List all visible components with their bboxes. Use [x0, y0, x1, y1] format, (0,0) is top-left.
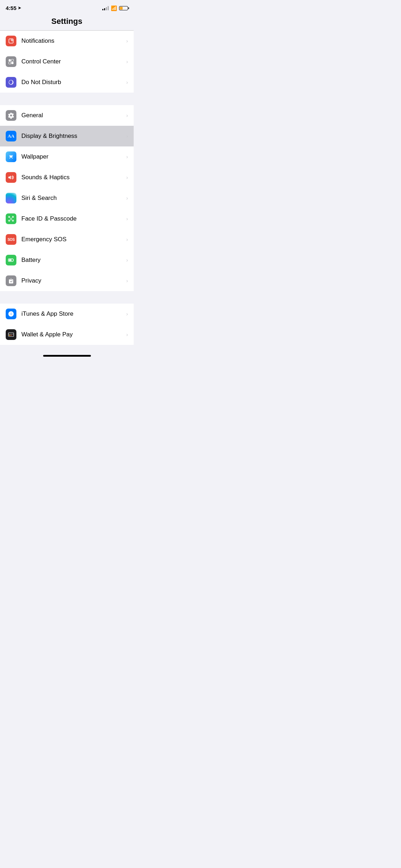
settings-group-2: General › AA Display & Brightness › Wall… [0, 105, 134, 291]
svg-rect-17 [12, 220, 14, 221]
svg-rect-16 [9, 220, 10, 221]
face-id-chevron: › [126, 216, 128, 222]
settings-row-wallet-apple-pay[interactable]: Wallet & Apple Pay › [0, 324, 134, 345]
settings-row-privacy[interactable]: Privacy › [0, 270, 134, 291]
general-icon [6, 110, 16, 121]
settings-row-do-not-disturb[interactable]: Do Not Disturb › [0, 72, 134, 93]
svg-rect-14 [9, 216, 10, 217]
sounds-haptics-label: Sounds & Haptics [21, 174, 124, 181]
home-indicator [0, 352, 134, 359]
privacy-label: Privacy [21, 277, 124, 284]
svg-rect-15 [12, 216, 14, 217]
itunes-app-store-icon [6, 309, 16, 319]
svg-point-18 [10, 218, 11, 219]
settings-row-sounds-haptics[interactable]: Sounds & Haptics › [0, 167, 134, 188]
do-not-disturb-label: Do Not Disturb [21, 79, 124, 86]
settings-row-emergency-sos[interactable]: SOS Emergency SOS › [0, 229, 134, 250]
svg-point-2 [12, 40, 13, 41]
display-brightness-chevron: › [126, 133, 128, 139]
wallet-apple-pay-chevron: › [126, 332, 128, 337]
settings-row-notifications[interactable]: Notifications › [0, 31, 134, 51]
page-title-section: Settings [0, 14, 134, 30]
face-id-icon [6, 213, 16, 224]
settings-row-display-brightness[interactable]: AA Display & Brightness › [0, 126, 134, 146]
svg-point-12 [12, 158, 13, 159]
siri-search-chevron: › [126, 195, 128, 201]
sounds-haptics-chevron: › [126, 175, 128, 180]
svg-rect-4 [11, 59, 14, 61]
svg-point-10 [12, 155, 13, 156]
do-not-disturb-chevron: › [126, 79, 128, 85]
notifications-label: Notifications [21, 37, 124, 45]
privacy-chevron: › [126, 278, 128, 284]
emergency-sos-icon: SOS [6, 234, 16, 245]
battery-chevron: › [126, 257, 128, 263]
settings-row-face-id[interactable]: Face ID & Passcode › [0, 208, 134, 229]
svg-rect-3 [9, 59, 11, 61]
svg-marker-13 [9, 176, 11, 180]
emergency-sos-label: Emergency SOS [21, 236, 124, 243]
battery-status [119, 6, 128, 10]
svg-point-11 [9, 158, 10, 159]
wallpaper-icon [6, 151, 16, 162]
wifi-icon: 📶 [111, 5, 117, 11]
bottom-spacing [0, 345, 134, 352]
privacy-icon [6, 275, 16, 286]
settings-group-1: Notifications › Control Center › Do Not … [0, 31, 134, 93]
wallet-apple-pay-icon [6, 329, 16, 340]
svg-rect-25 [9, 334, 14, 335]
svg-rect-23 [13, 260, 14, 261]
control-center-label: Control Center [21, 58, 124, 65]
settings-row-siri-search[interactable]: Siri & Search › [0, 188, 134, 208]
wallpaper-label: Wallpaper [21, 153, 124, 160]
notifications-icon [6, 36, 16, 46]
home-bar [43, 355, 91, 357]
itunes-app-store-label: iTunes & App Store [21, 310, 124, 317]
display-brightness-icon: AA [6, 131, 16, 141]
signal-icon [102, 6, 109, 10]
settings-row-general[interactable]: General › [0, 105, 134, 126]
svg-rect-26 [9, 335, 11, 336]
svg-rect-22 [9, 259, 12, 261]
siri-search-label: Siri & Search [21, 195, 124, 202]
general-label: General [21, 112, 124, 119]
settings-row-battery[interactable]: Battery › [0, 250, 134, 270]
emergency-sos-chevron: › [126, 237, 128, 242]
battery-label: Battery [21, 257, 124, 264]
settings-row-itunes-app-store[interactable]: iTunes & App Store › [0, 304, 134, 324]
svg-point-19 [11, 218, 12, 219]
do-not-disturb-icon [6, 77, 16, 88]
control-center-icon [6, 56, 16, 67]
svg-rect-6 [11, 62, 14, 64]
page-title: Settings [0, 17, 134, 26]
location-icon: ➤ [18, 6, 21, 10]
wallpaper-chevron: › [126, 154, 128, 160]
siri-search-icon [6, 193, 16, 203]
general-chevron: › [126, 113, 128, 118]
svg-rect-27 [11, 335, 12, 336]
face-id-label: Face ID & Passcode [21, 215, 124, 222]
section-gap-2 [0, 291, 134, 304]
svg-point-9 [9, 155, 10, 156]
control-center-chevron: › [126, 59, 128, 64]
itunes-app-store-chevron: › [126, 311, 128, 317]
svg-rect-5 [9, 62, 11, 64]
settings-row-control-center[interactable]: Control Center › [0, 51, 134, 72]
sounds-haptics-icon [6, 172, 16, 183]
status-right: 📶 [102, 5, 128, 11]
display-brightness-label: Display & Brightness [21, 133, 124, 140]
status-bar: 4:55 ➤ 📶 [0, 0, 134, 14]
wallet-apple-pay-label: Wallet & Apple Pay [21, 331, 124, 338]
notifications-chevron: › [126, 38, 128, 44]
settings-group-3: iTunes & App Store › Wallet & Apple Pay … [0, 304, 134, 345]
settings-row-wallpaper[interactable]: Wallpaper › [0, 146, 134, 167]
section-gap-1 [0, 93, 134, 105]
status-time: 4:55 ➤ [6, 5, 21, 11]
battery-icon [6, 255, 16, 265]
